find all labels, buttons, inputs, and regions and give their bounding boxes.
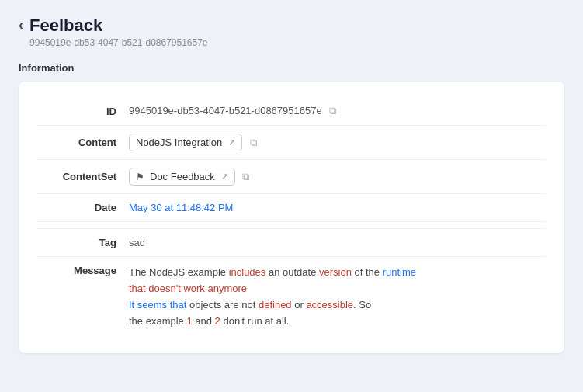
msg-l4-p4: 2: [215, 315, 220, 327]
spacer-row: [37, 222, 546, 229]
msg-l3-p1: It seems that: [129, 299, 189, 310]
msg-l1-p1: The NodeJS example: [129, 266, 229, 278]
page-title: Feelback: [29, 16, 208, 36]
msg-l4-p3: and: [193, 315, 215, 327]
content-label: Content: [37, 126, 123, 160]
date-value-cell: May 30 at 11:48:42 PM: [123, 194, 546, 222]
id-row: ID 9945019e-db53-4047-b521-d0867951657e …: [37, 97, 546, 126]
msg-l1-p2: includes: [229, 266, 266, 278]
msg-l3-p4: or: [292, 299, 307, 310]
message-line3: It seems that objects are not defined or…: [129, 297, 540, 314]
msg-l3-p5: accessible: [306, 299, 353, 310]
contentset-external-link-icon[interactable]: ↗: [221, 172, 228, 182]
back-button[interactable]: ‹: [19, 17, 23, 33]
info-card: ID 9945019e-db53-4047-b521-d0867951657e …: [19, 82, 564, 352]
msg-l1-p5: of the: [352, 266, 383, 278]
content-external-link-icon[interactable]: ↗: [228, 137, 235, 147]
content-copy-icon[interactable]: ⧉: [250, 137, 257, 149]
msg-l3-p6: . So: [353, 299, 371, 310]
msg-l1-p3: an outdate: [265, 266, 319, 278]
msg-l4-p5: don't run at all.: [220, 315, 289, 327]
msg-l4-p2: 1: [186, 315, 192, 327]
tag-label: Tag: [37, 229, 123, 257]
date-label: Date: [37, 194, 123, 222]
msg-l3-p3: defined: [259, 299, 292, 310]
contentset-label: ContentSet: [37, 160, 123, 194]
msg-l4-p1: the example: [129, 315, 186, 327]
message-label: Message: [37, 257, 123, 338]
id-value: 9945019e-db53-4047-b521-d0867951657e: [129, 105, 322, 116]
content-pill-text: NodeJS Integration: [136, 137, 222, 148]
msg-l2-p1: that doesn't work anymore: [129, 283, 247, 294]
content-row: Content NodeJS Integration ↗ ⧉: [37, 126, 546, 160]
page-subtitle: 9945019e-db53-4047-b521-d0867951657e: [29, 37, 208, 48]
message-line2: that doesn't work anymore: [129, 281, 540, 297]
contentset-copy-icon[interactable]: ⧉: [242, 171, 249, 183]
date-row: Date May 30 at 11:48:42 PM: [37, 194, 546, 222]
msg-l1-p6: runtime: [383, 266, 416, 278]
msg-l3-p2: objects are not: [189, 299, 259, 310]
message-row: Message The NodeJS example includes an o…: [37, 257, 546, 338]
id-label: ID: [37, 97, 123, 126]
date-value: May 30 at 11:48:42 PM: [129, 202, 233, 213]
content-pill[interactable]: NodeJS Integration ↗: [129, 134, 242, 151]
contentset-pill[interactable]: ⚑ Doc Feedback ↗: [129, 168, 235, 186]
message-line4: the example 1 and 2 don't run at all.: [129, 314, 540, 330]
tag-row: Tag sad: [37, 229, 546, 257]
info-table: ID 9945019e-db53-4047-b521-d0867951657e …: [37, 97, 546, 337]
flag-icon: ⚑: [136, 172, 144, 182]
contentset-row: ContentSet ⚑ Doc Feedback ↗ ⧉: [37, 160, 546, 194]
message-line1: The NodeJS example includes an outdate v…: [129, 265, 540, 281]
content-value-cell: NodeJS Integration ↗ ⧉: [123, 126, 546, 160]
tag-value: sad: [123, 229, 546, 257]
msg-l1-p4: version: [319, 266, 352, 278]
contentset-value-cell: ⚑ Doc Feedback ↗ ⧉: [123, 160, 546, 194]
section-info-label: Information: [19, 62, 564, 74]
id-value-cell: 9945019e-db53-4047-b521-d0867951657e ⧉: [123, 97, 546, 126]
contentset-pill-text: Doc Feedback: [150, 171, 215, 182]
message-value-cell: The NodeJS example includes an outdate v…: [123, 257, 546, 338]
id-copy-icon[interactable]: ⧉: [329, 105, 336, 117]
page-header: ‹ Feelback 9945019e-db53-4047-b521-d0867…: [19, 16, 564, 48]
